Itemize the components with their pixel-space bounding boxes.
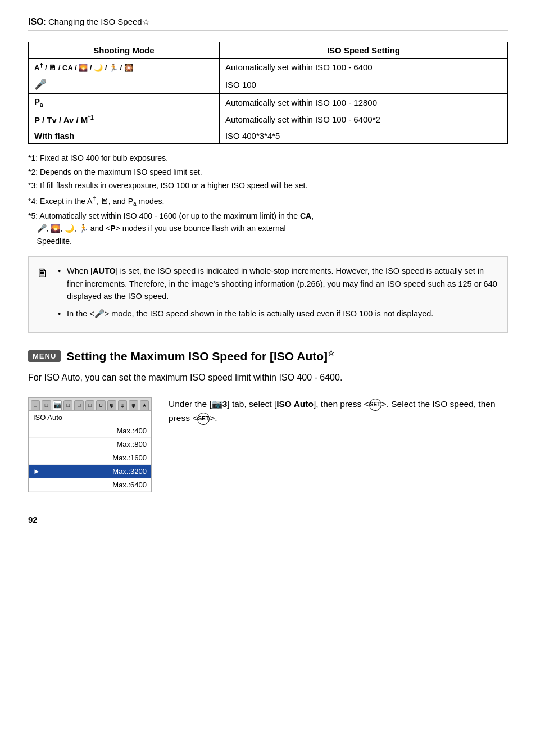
table-row: Pa Automatically set within ISO 100 - 12… — [29, 94, 508, 111]
footnotes: *1: Fixed at ISO 400 for bulb exposures.… — [28, 152, 508, 247]
table-row: A† / 🖹 / CA / 🌄 / 🌙 / 🏃 / 🎇 Automaticall… — [29, 59, 508, 75]
header-subtitle: : Changing the ISO Speed — [44, 17, 142, 26]
menu-row-1600: Max.:1600 — [29, 451, 151, 465]
page-number: 92 — [28, 515, 508, 524]
setting-cell: Automatically set within ISO 100 - 6400*… — [219, 111, 507, 128]
mode-cell: With flash — [29, 128, 220, 144]
set-button-icon-1: SET — [369, 399, 381, 411]
section-title: Setting the Maximum ISO Speed for [ISO A… — [66, 348, 335, 363]
menu-tab-3-active: 📷 — [53, 400, 62, 410]
footnote-1: *1: Fixed at ISO 400 for bulb exposures. — [28, 152, 508, 164]
note-box: 🗎 When [AUTO] is set, the ISO speed is i… — [28, 256, 508, 333]
shooting-mode-table: Shooting Mode ISO Speed Setting A† / 🖹 /… — [28, 42, 508, 144]
mode-cell: A† / 🖹 / CA / 🌄 / 🌙 / 🏃 / 🎇 — [29, 59, 220, 75]
footnote-5: *5: Automatically set within ISO 400 - 1… — [28, 210, 508, 247]
menu-row-3200-selected: ► Max.:3200 — [29, 465, 151, 478]
note-content: When [AUTO] is set, the ISO speed is ind… — [58, 265, 497, 324]
header-divider — [28, 30, 508, 31]
section-heading: MENU Setting the Maximum ISO Speed for [… — [28, 348, 508, 363]
menu-tabs: □ □ 📷 □ □ □ ψ ψ ψ ψ ★ — [29, 398, 151, 411]
table-row: 🎤 ISO 100 — [29, 75, 508, 94]
table-row: P / Tv / Av / M*1 Automatically set with… — [29, 111, 508, 128]
note-item-1: When [AUTO] is set, the ISO speed is ind… — [58, 265, 497, 302]
menu-tab-4: □ — [63, 400, 72, 410]
menu-tab-6: □ — [85, 400, 94, 410]
setting-cell: ISO 400*3*4*5 — [219, 128, 507, 144]
menu-row-800: Max.:800 — [29, 438, 151, 451]
iso-label: ISO — [28, 17, 44, 26]
menu-row-iso-auto: ISO Auto — [29, 411, 151, 424]
col-shooting-mode: Shooting Mode — [29, 42, 220, 59]
page-header: ISO: Changing the ISO Speed☆ — [28, 17, 508, 27]
setting-cell: ISO 100 — [219, 75, 507, 94]
menu-badge: MENU — [28, 350, 61, 362]
menu-row-400: Max.:400 — [29, 424, 151, 438]
iso-auto-label: ISO Auto — [276, 399, 314, 409]
mode-cell: 🎤 — [29, 75, 220, 94]
menu-tab-7: ψ — [96, 400, 105, 410]
section-description: For ISO Auto, you can set the maximum IS… — [28, 371, 508, 385]
menu-tab-8: ψ — [107, 400, 116, 410]
header-star: ☆ — [142, 17, 149, 26]
menu-tab-1: □ — [31, 400, 40, 410]
setting-cell: Automatically set within ISO 100 - 6400 — [219, 59, 507, 75]
table-row: With flash ISO 400*3*4*5 — [29, 128, 508, 144]
footnote-4: *4: Except in the A†, 🖹, and Pa modes. — [28, 193, 508, 209]
mode-cell: P / Tv / Av / M*1 — [29, 111, 220, 128]
menu-tab-9: ψ — [118, 400, 127, 410]
setting-cell: Automatically set within ISO 100 - 12800 — [219, 94, 507, 111]
note-icon: 🗎 — [37, 266, 52, 324]
menu-tab-star: ★ — [140, 400, 149, 410]
menu-rows: ISO Auto Max.:400 Max.:800 Max.:1600 ► M… — [29, 411, 151, 492]
col-iso-setting: ISO Speed Setting — [219, 42, 507, 59]
mode-cell: Pa — [29, 94, 220, 111]
menu-row-6400: Max.:6400 — [29, 478, 151, 492]
menu-screenshot: □ □ 📷 □ □ □ ψ ψ ψ ψ ★ ISO Auto Max.:400 … — [28, 397, 152, 492]
footnote-2: *2: Depends on the maximum ISO speed lim… — [28, 166, 508, 178]
menu-tab-5: □ — [74, 400, 83, 410]
footnote-3: *3: If fill flash results in overexposur… — [28, 179, 508, 192]
instruction-text: Under the [📷3] tab, select [ISO Auto], t… — [169, 397, 508, 425]
camera-tab-icon: 📷3 — [212, 399, 228, 409]
menu-tab-10: ψ — [129, 400, 138, 410]
note-item-2: In the <🎤> mode, the ISO speed shown in … — [58, 307, 497, 320]
set-button-icon-2: SET — [197, 413, 210, 425]
menu-tab-2: □ — [42, 400, 51, 410]
bottom-area: □ □ 📷 □ □ □ ψ ψ ψ ψ ★ ISO Auto Max.:400 … — [28, 397, 508, 492]
